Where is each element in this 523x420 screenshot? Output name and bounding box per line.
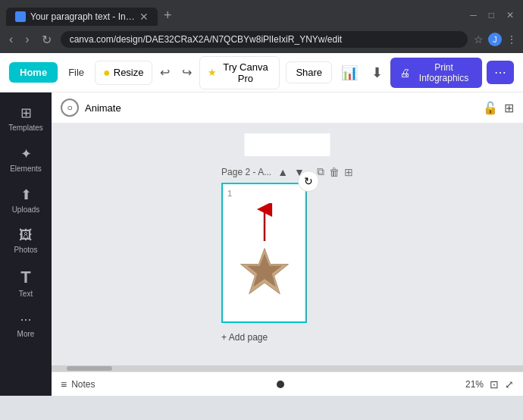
- elements-icon: ✦: [20, 146, 32, 162]
- canva-toolbar: Home File ● Resize ↩ ↪ ★ Try Canva Pro S…: [0, 53, 523, 92]
- refresh-button[interactable]: ↻: [39, 31, 55, 49]
- notes-icon: ≡: [61, 378, 67, 390]
- more-options-button[interactable]: ⋯: [487, 61, 514, 84]
- canvas-scroll[interactable]: Page 2 - A... ▲ ▼ ⧉ 🗑 ⊞ 1 ↻: [59, 100, 515, 388]
- page-label-bar: Page 2 - A... ▲ ▼ ⧉ 🗑 ⊞: [221, 165, 353, 178]
- zoom-percentage: 21%: [465, 379, 484, 390]
- notes-button[interactable]: ≡ Notes: [61, 378, 96, 390]
- sidebar-item-photos[interactable]: 🖼 Photos: [0, 221, 52, 260]
- sidebar-item-label: Uploads: [12, 205, 40, 214]
- page-indicator-dot: [277, 381, 284, 388]
- fullscreen-button[interactable]: ⤢: [505, 378, 514, 390]
- address-bar: ‹ › ↻ ☆ J ⋮: [0, 26, 523, 53]
- sidebar-item-elements[interactable]: ✦ Elements: [0, 139, 52, 179]
- tab-favicon: [15, 11, 26, 22]
- resize-button[interactable]: ● Resize: [95, 61, 152, 85]
- rotate-icon: ↻: [304, 175, 313, 187]
- rotate-button[interactable]: ↻: [298, 171, 319, 192]
- sidebar-item-more[interactable]: ··· More: [0, 306, 52, 344]
- bookmark-icon[interactable]: ☆: [474, 33, 484, 45]
- templates-icon: ⊞: [20, 105, 32, 121]
- page-canvas[interactable]: 1 ↻: [221, 183, 307, 323]
- sidebar-item-label: More: [17, 330, 35, 338]
- address-icons: ☆ J ⋮: [474, 33, 517, 46]
- address-input[interactable]: [61, 31, 468, 48]
- new-tab-button[interactable]: +: [158, 5, 178, 27]
- tab-close-icon[interactable]: ✕: [139, 11, 149, 23]
- extensions-icon[interactable]: ⋮: [506, 33, 517, 45]
- bottom-center: [96, 381, 465, 388]
- minimize-button[interactable]: ─: [464, 7, 483, 24]
- sidebar-item-label: Photos: [14, 246, 37, 254]
- print-button[interactable]: 🖨 Print Infographics: [390, 58, 482, 88]
- pro-star-icon: ★: [208, 67, 217, 78]
- photos-icon: 🖼: [19, 227, 33, 243]
- zoom-fit-button[interactable]: ⊡: [490, 378, 499, 390]
- notes-label: Notes: [71, 379, 95, 390]
- page-container: Page 2 - A... ▲ ▼ ⧉ 🗑 ⊞ 1 ↻: [221, 165, 353, 343]
- sidebar-item-label: Elements: [10, 165, 42, 173]
- prev-page-thumbnail: [245, 133, 330, 156]
- download-button[interactable]: ⬇: [367, 61, 387, 84]
- delete-page-button[interactable]: 🗑: [329, 165, 340, 178]
- sidebar-item-templates[interactable]: ⊞ Templates: [0, 99, 52, 138]
- sidebar-item-uploads[interactable]: ⬆ Uploads: [0, 180, 52, 220]
- close-button[interactable]: ✕: [500, 7, 520, 24]
- stats-button[interactable]: 📊: [335, 61, 364, 84]
- add-page-button[interactable]: + Add page: [221, 332, 268, 343]
- add-page-label: + Add page: [221, 332, 268, 343]
- share-button[interactable]: Share: [286, 61, 332, 83]
- print-icon: 🖨: [399, 67, 410, 79]
- bottom-bar: ≡ Notes 21% ⊡ ⤢: [52, 371, 523, 396]
- user-icon[interactable]: J: [488, 33, 502, 46]
- uploads-icon: ⬆: [20, 186, 32, 203]
- star-image: [238, 246, 291, 299]
- sidebar: ⊞ Templates ✦ Elements ⬆ Uploads 🖼 Photo…: [0, 92, 52, 396]
- red-arrow: [249, 203, 280, 247]
- sidebar-item-label: Templates: [8, 124, 43, 132]
- sidebar-item-text[interactable]: T Text: [0, 262, 52, 304]
- canvas-area: ○ Animate 🔓 ⊞ Page 2 - A... ▲ ▼: [52, 92, 523, 396]
- add-page-action-button[interactable]: ⊞: [344, 165, 353, 178]
- resize-label: Resize: [114, 67, 144, 78]
- maximize-button[interactable]: □: [483, 7, 500, 24]
- sidebar-item-label: Text: [19, 290, 33, 298]
- file-button[interactable]: File: [61, 62, 92, 83]
- main-area: ⊞ Templates ✦ Elements ⬆ Uploads 🖼 Photo…: [0, 92, 523, 396]
- horizontal-scrollbar[interactable]: [52, 365, 523, 371]
- page-number: 1: [227, 189, 232, 198]
- print-label: Print Infographics: [415, 62, 473, 83]
- scrollbar-thumb[interactable]: [67, 366, 112, 371]
- resize-dot-icon: ●: [103, 66, 111, 80]
- forward-button[interactable]: ›: [22, 31, 32, 48]
- tab-title: Your paragraph text - Infographic...: [30, 11, 135, 22]
- try-canva-pro-button[interactable]: ★ Try Canva Pro: [199, 56, 280, 89]
- page-actions: ⧉ 🗑 ⊞: [317, 165, 353, 178]
- text-icon: T: [20, 268, 30, 287]
- active-tab[interactable]: Your paragraph text - Infographic... ✕: [6, 8, 158, 26]
- bottom-right: 21% ⊡ ⤢: [465, 378, 514, 390]
- undo-button[interactable]: ↩: [155, 62, 174, 83]
- window-controls: ─ □ ✕: [464, 7, 523, 24]
- page-label: Page 2 - A...: [221, 167, 271, 177]
- back-button[interactable]: ‹: [6, 31, 16, 48]
- tab-bar: Your paragraph text - Infographic... ✕ +…: [0, 0, 523, 26]
- trypro-label: Try Canva Pro: [220, 61, 272, 84]
- page-up-button[interactable]: ▲: [276, 166, 290, 178]
- home-button[interactable]: Home: [9, 62, 58, 83]
- redo-button[interactable]: ↪: [177, 62, 196, 83]
- more-icon: ···: [20, 312, 31, 328]
